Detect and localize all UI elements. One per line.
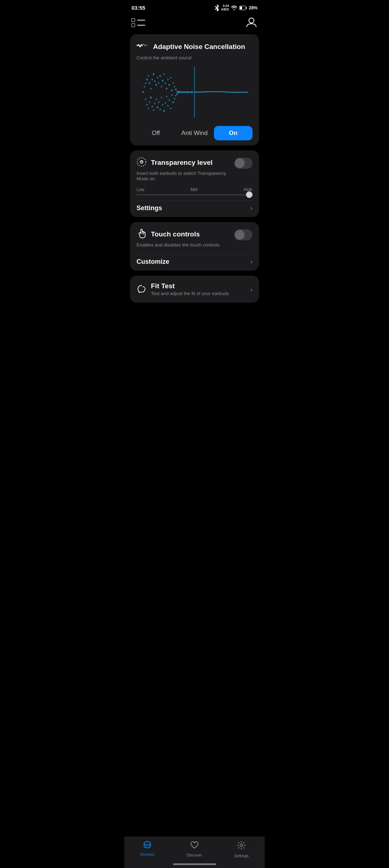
anc-off-button[interactable]: Off [137,126,175,140]
svg-point-40 [165,102,166,104]
svg-point-14 [148,108,149,109]
svg-point-28 [157,106,158,108]
profile-icon[interactable] [245,16,258,30]
bandwidth-display: 0.04 KB/S [221,4,229,12]
svg-point-44 [167,105,169,107]
status-icons: 0.04 KB/S 28% [214,4,258,12]
touch-controls-row: Touch controls Enables and disables the … [137,229,252,249]
svg-point-9 [145,82,147,84]
anc-title: Adaptive Noise Cancellation [153,43,245,51]
slider-low: Low [137,187,144,192]
svg-point-80 [240,92,240,93]
svg-point-72 [200,91,201,92]
svg-point-15 [149,82,151,84]
anc-icon [137,41,149,53]
svg-point-19 [152,79,153,80]
touch-icon [137,229,147,240]
customize-chevron: › [250,258,252,266]
svg-point-50 [171,94,173,96]
battery-icon [239,6,247,10]
svg-point-22 [153,109,154,111]
transparency-toggle[interactable] [234,158,252,169]
svg-point-64 [184,91,186,93]
settings-label: Settings [137,204,162,212]
svg-point-81 [244,91,245,92]
fit-test-subtitle: Test and adjust the fit of your earbuds [151,291,229,296]
svg-point-37 [164,73,165,75]
svg-point-5 [249,18,254,23]
touch-toggle[interactable] [234,229,252,240]
svg-point-82 [249,92,250,92]
svg-point-46 [169,99,170,101]
svg-point-63 [183,91,184,93]
fit-test-chevron: › [250,286,252,294]
transparency-settings-row[interactable]: Settings › [137,200,252,212]
svg-point-52 [173,101,174,103]
svg-rect-4 [246,7,247,9]
svg-point-23 [154,81,156,82]
svg-line-0 [215,6,217,8]
svg-point-73 [205,91,206,92]
top-bar [124,14,265,34]
svg-point-68 [189,91,191,93]
svg-point-76 [220,92,220,92]
touch-subtitle: Enables and disables the touch controls. [137,242,220,248]
svg-point-41 [166,87,167,89]
svg-point-36 [162,104,164,105]
customize-row[interactable]: Customize › [137,254,252,266]
svg-point-11 [146,78,148,80]
svg-point-71 [197,91,198,92]
svg-point-53 [174,86,175,87]
svg-point-48 [170,108,171,109]
svg-point-66 [187,91,189,93]
status-bar: 03:55 0.04 KB/S [124,0,265,14]
transparency-subtitle: Insert both earbuds to switch Transparen… [137,171,230,181]
svg-point-18 [150,96,152,98]
fit-test-title: Fit Test [151,282,229,290]
status-time: 03:55 [131,5,145,11]
anc-card: Adaptive Noise Cancellation Control the … [130,34,259,145]
svg-point-27 [157,77,158,78]
svg-point-75 [215,91,216,92]
anc-antiwind-button[interactable]: Anti Wind [175,126,214,140]
svg-point-79 [234,91,236,92]
settings-chevron: › [250,204,252,212]
svg-point-16 [149,101,151,103]
svg-point-56 [175,95,176,96]
svg-point-33 [161,86,162,87]
svg-point-47 [170,77,171,78]
fit-test-row: Fit Test Test and adjust the fit of your… [137,282,252,298]
customize-label: Customize [137,258,169,266]
svg-point-32 [160,109,161,110]
svg-point-29 [158,82,160,84]
svg-point-13 [148,75,149,77]
menu-icon[interactable] [131,18,145,27]
svg-point-38 [163,110,165,112]
fit-test-card[interactable]: Fit Test Test and adjust the fit of your… [130,276,259,303]
svg-point-26 [156,99,157,100]
svg-point-45 [169,84,170,86]
transparency-card: ? Transparency level Insert both earbuds… [130,150,259,217]
svg-point-70 [192,91,194,93]
svg-point-51 [173,82,174,84]
svg-point-30 [158,101,160,103]
svg-point-62 [182,91,183,93]
anc-on-button[interactable]: On [214,126,252,140]
svg-point-49 [171,89,173,91]
svg-point-8 [144,86,145,87]
svg-point-10 [145,99,147,100]
transparency-slider[interactable] [137,194,252,195]
transparency-row: ? Transparency level Insert both earbuds… [137,157,252,183]
transparency-icon: ? [137,157,147,168]
svg-point-24 [154,103,156,104]
slider-labels: Low Mid High [137,187,252,192]
anc-button-group: Off Anti Wind On [137,126,252,140]
svg-point-39 [165,82,166,84]
svg-point-35 [162,80,164,81]
transparency-info: ? Transparency level Insert both earbuds… [137,157,234,183]
svg-point-12 [146,104,148,105]
svg-point-58 [176,93,178,95]
svg-point-21 [153,73,155,75]
svg-line-1 [215,8,217,10]
svg-point-61 [180,92,182,93]
